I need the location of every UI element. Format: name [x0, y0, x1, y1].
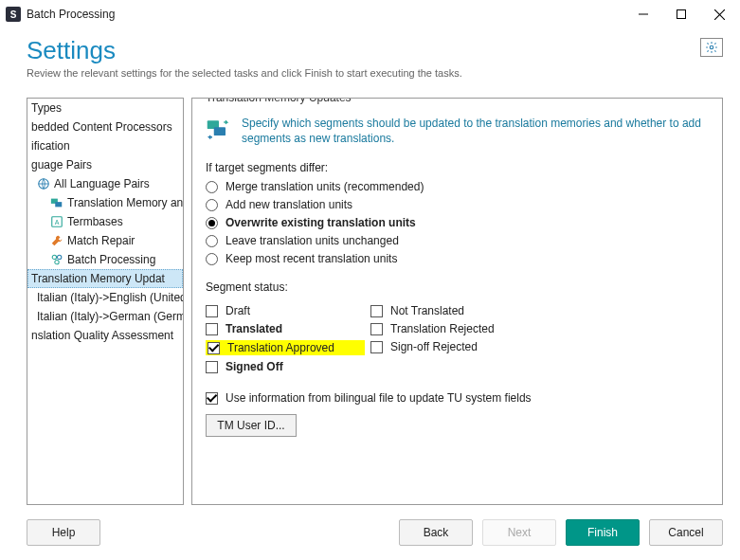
- termbase-icon: A: [50, 215, 63, 228]
- panel-intro-text: Specify which segments should be updated…: [242, 116, 709, 146]
- tree-item-label: Types: [31, 101, 62, 115]
- tree-item[interactable]: Translation Memory Updat: [27, 269, 183, 288]
- use-info-label: Use information from bilingual file to u…: [226, 391, 532, 405]
- status-checkbox[interactable]: [370, 305, 383, 317]
- maximize-icon: [677, 9, 686, 19]
- next-button: Next: [482, 519, 556, 546]
- tree-item[interactable]: ification: [27, 136, 183, 155]
- svg-point-12: [55, 260, 59, 263]
- tree-item[interactable]: nslation Quality Assessment: [27, 326, 183, 345]
- status-label: Translated: [226, 322, 282, 335]
- tree-item[interactable]: guage Pairs: [27, 155, 183, 174]
- status-checkbox[interactable]: [370, 323, 383, 335]
- differ-label: If target segments differ:: [206, 161, 709, 174]
- tree-item[interactable]: bedded Content Processors: [27, 117, 183, 136]
- header: Settings Review the relevant settings fo…: [0, 28, 740, 88]
- status-label: Signed Off: [226, 360, 283, 373]
- settings-gear-button[interactable]: [700, 38, 723, 57]
- minimize-icon: [639, 9, 648, 19]
- titlebar: S Batch Processing: [0, 0, 740, 28]
- tree-item-label: Termbases: [67, 215, 123, 228]
- status-label: Translation Rejected: [390, 322, 495, 335]
- help-button[interactable]: Help: [27, 519, 100, 546]
- page-title: Settings: [27, 36, 713, 65]
- settings-tree[interactable]: Typesbedded Content Processorsificationg…: [27, 98, 184, 505]
- differ-radio[interactable]: [206, 253, 218, 265]
- footer: Help Back Next Finish Cancel: [0, 505, 740, 560]
- tree-item[interactable]: Batch Processing: [27, 250, 183, 269]
- tree-item-label: Match Repair: [67, 234, 135, 247]
- status-checkbox[interactable]: [206, 323, 218, 335]
- tree-item-label: All Language Pairs: [54, 177, 150, 190]
- tree-item-label: Italian (Italy)->German (Germa: [37, 310, 183, 323]
- radio-label: Overwrite existing translation units: [226, 216, 416, 229]
- tree-item[interactable]: Translation Memory and Au: [27, 193, 183, 212]
- differ-radio[interactable]: [206, 199, 218, 211]
- globe-icon: [37, 177, 50, 190]
- svg-rect-14: [214, 127, 226, 135]
- tm-user-id-button[interactable]: TM User ID...: [206, 414, 297, 437]
- close-icon: [714, 9, 725, 20]
- tree-item[interactable]: Italian (Italy)->German (Germa: [27, 307, 183, 326]
- cancel-button[interactable]: Cancel: [649, 519, 723, 546]
- panel-legend: Translation Memory Updates: [202, 98, 355, 104]
- tree-item-label: Batch Processing: [67, 253, 155, 266]
- status-checkbox[interactable]: [208, 342, 220, 354]
- tree-item[interactable]: Match Repair: [27, 231, 183, 250]
- tree-item-label: guage Pairs: [31, 158, 92, 172]
- svg-point-11: [57, 255, 61, 259]
- svg-point-4: [710, 45, 713, 49]
- radio-label: Keep most recent translation units: [226, 252, 397, 265]
- minimize-button[interactable]: [624, 1, 662, 27]
- tree-item-label: Translation Memory Updat: [31, 272, 165, 285]
- tm-update-icon: [206, 116, 232, 142]
- page-subtitle: Review the relevant settings for the sel…: [27, 67, 713, 79]
- tree-item-label: nslation Quality Assessment: [31, 329, 173, 342]
- gear-icon: [705, 41, 718, 54]
- tree-item-label: bedded Content Processors: [31, 120, 172, 134]
- svg-rect-1: [677, 10, 686, 19]
- status-checkbox[interactable]: [206, 361, 218, 373]
- tree-item[interactable]: Types: [27, 99, 183, 117]
- batch-icon: [50, 253, 63, 266]
- status-checkbox[interactable]: [206, 305, 218, 317]
- status-label: Draft: [226, 304, 250, 317]
- radio-label: Merge translation units (recommended): [226, 180, 424, 193]
- tree-item-label: ification: [31, 139, 70, 153]
- tree-item-label: Translation Memory and Au: [67, 196, 183, 209]
- tree-item[interactable]: ATermbases: [27, 212, 183, 231]
- close-button[interactable]: [700, 1, 738, 27]
- radio-label: Add new translation units: [226, 198, 352, 211]
- svg-rect-7: [55, 202, 62, 207]
- tree-item[interactable]: Italian (Italy)->English (United: [27, 288, 183, 307]
- window-title: Batch Processing: [27, 8, 115, 21]
- status-label: Translation Approved: [227, 341, 334, 354]
- finish-button[interactable]: Finish: [566, 519, 640, 546]
- svg-point-10: [52, 255, 56, 259]
- maximize-button[interactable]: [662, 1, 700, 27]
- settings-panel: Translation Memory Updates Specify which…: [191, 98, 723, 505]
- differ-radio[interactable]: [206, 217, 218, 229]
- back-button[interactable]: Back: [399, 519, 473, 546]
- differ-radio[interactable]: [206, 235, 218, 247]
- tm-icon: [50, 196, 63, 209]
- radio-label: Leave translation units unchanged: [226, 234, 399, 247]
- status-label: Sign-off Rejected: [390, 340, 478, 353]
- svg-text:A: A: [55, 219, 60, 226]
- app-icon: S: [6, 7, 21, 22]
- status-label: Not Translated: [390, 304, 464, 317]
- status-label: Segment status:: [206, 280, 709, 294]
- differ-radio[interactable]: [206, 181, 218, 193]
- status-checkbox[interactable]: [370, 341, 383, 353]
- tree-item-label: Italian (Italy)->English (United: [37, 291, 183, 304]
- tree-item[interactable]: All Language Pairs: [27, 174, 183, 193]
- use-info-checkbox[interactable]: [206, 392, 218, 405]
- wrench-icon: [50, 234, 63, 247]
